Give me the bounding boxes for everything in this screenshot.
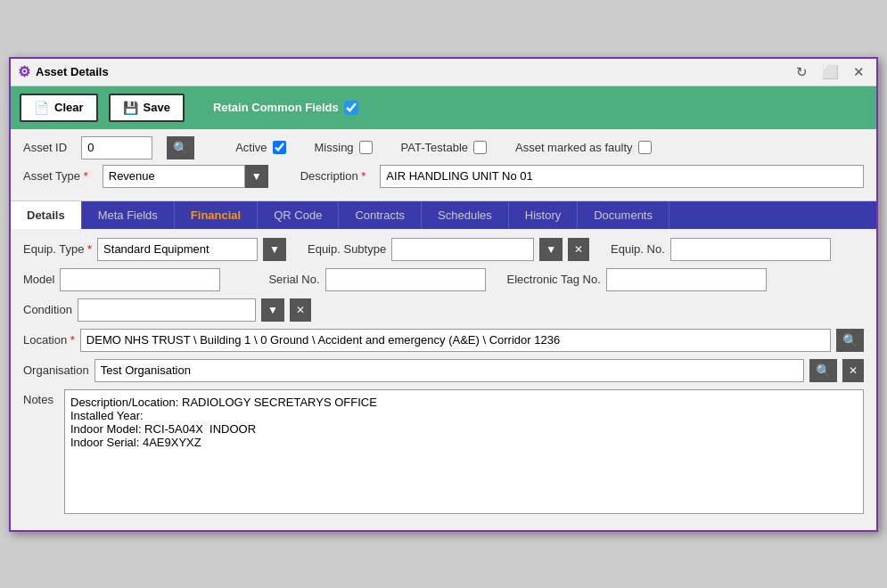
equip-subtype-dropdown-button[interactable]: ▼: [539, 238, 563, 261]
retain-fields-group: Retain Common Fields: [213, 101, 358, 115]
equip-type-row: Equip. Type ▼ Equip. Subtype ▼ ✕ Equip. …: [23, 238, 864, 261]
etag-label: Electronic Tag No.: [507, 273, 601, 286]
model-label: Model: [23, 273, 54, 286]
equip-subtype-group: Equip. Subtype ▼ ✕: [308, 238, 589, 261]
asset-id-label: Asset ID: [23, 141, 67, 154]
serial-label: Serial No.: [268, 273, 319, 286]
equip-type-dropdown-button[interactable]: ▼: [263, 238, 286, 261]
condition-row: Condition ▼ ✕: [23, 298, 864, 322]
location-label: Location: [23, 333, 75, 347]
active-label: Active: [235, 141, 267, 154]
title-bar-controls: ↻ ⬜ ✕: [792, 62, 869, 82]
equip-no-label: Equip. No.: [611, 242, 665, 256]
condition-label: Condition: [23, 303, 72, 316]
asset-id-section: Asset ID 🔍 Active Missing PAT-Testable A…: [11, 129, 876, 201]
organisation-group: Organisation 🔍 ✕: [23, 359, 864, 382]
window-title: Asset Details: [36, 65, 109, 78]
organisation-clear-button[interactable]: ✕: [842, 359, 864, 382]
asset-details-window: ⚙ Asset Details ↻ ⬜ ✕ 📄 Clear 💾 Save Ret…: [9, 57, 878, 532]
tab-details[interactable]: Details: [11, 201, 82, 229]
notes-row: Notes Description/Location: RADIOLOGY SE…: [23, 389, 864, 514]
clear-icon: 📄: [34, 101, 49, 115]
faulty-checkbox[interactable]: [638, 141, 652, 154]
missing-checkbox[interactable]: [359, 141, 373, 154]
equip-type-label: Equip. Type: [23, 242, 92, 256]
condition-dropdown-button[interactable]: ▼: [261, 298, 284, 322]
model-group: Model: [23, 268, 220, 291]
retain-fields-label: Retain Common Fields: [213, 101, 339, 114]
save-label: Save: [144, 101, 170, 114]
title-bar: ⚙ Asset Details ↻ ⬜ ✕: [11, 59, 876, 86]
toolbar: 📄 Clear 💾 Save Retain Common Fields: [11, 86, 876, 129]
save-button[interactable]: 💾 Save: [109, 94, 185, 122]
asset-type-select-group: ▼: [103, 165, 268, 188]
pat-checkbox[interactable]: [473, 141, 487, 154]
missing-label: Missing: [315, 141, 354, 154]
description-input[interactable]: [380, 165, 864, 188]
model-input[interactable]: [60, 268, 220, 291]
asset-id-search-button[interactable]: 🔍: [167, 136, 194, 159]
missing-group: Missing: [315, 141, 373, 154]
faulty-label: Asset marked as faulty: [515, 141, 633, 154]
notes-label: Notes: [23, 389, 59, 406]
equip-no-input[interactable]: [670, 238, 831, 261]
condition-input[interactable]: [78, 298, 256, 322]
tab-meta-fields[interactable]: Meta Fields: [82, 201, 175, 229]
maximize-button[interactable]: ⬜: [817, 62, 843, 82]
equip-subtype-clear-button[interactable]: ✕: [568, 238, 589, 261]
description-label: Description: [300, 169, 366, 183]
active-checkbox[interactable]: [273, 141, 286, 154]
location-input[interactable]: [80, 329, 831, 352]
gear-icon: ⚙: [18, 63, 30, 80]
clear-label: Clear: [54, 101, 84, 114]
asset-id-row: Asset ID 🔍 Active Missing PAT-Testable A…: [23, 136, 864, 159]
etag-group: Electronic Tag No.: [507, 268, 767, 291]
serial-group: Serial No.: [268, 268, 485, 291]
clear-button[interactable]: 📄 Clear: [20, 94, 98, 122]
tab-financial[interactable]: Financial: [175, 201, 258, 229]
organisation-label: Organisation: [23, 363, 89, 377]
condition-clear-button[interactable]: ✕: [290, 298, 311, 322]
equip-no-group: Equip. No.: [611, 238, 831, 261]
tabs-bar: Details Meta Fields Financial QR Code Co…: [11, 201, 876, 229]
tab-documents[interactable]: Documents: [578, 201, 669, 229]
equip-subtype-label: Equip. Subtype: [308, 242, 386, 256]
organisation-input[interactable]: [94, 359, 804, 382]
tab-contracts[interactable]: Contracts: [339, 201, 422, 229]
tab-schedules[interactable]: Schedules: [422, 201, 509, 229]
close-button[interactable]: ✕: [849, 62, 869, 82]
asset-type-dropdown-button[interactable]: ▼: [245, 165, 268, 188]
etag-input[interactable]: [606, 268, 767, 291]
save-icon: 💾: [123, 101, 138, 115]
organisation-row: Organisation 🔍 ✕: [23, 359, 864, 382]
model-row: Model Serial No. Electronic Tag No.: [23, 268, 864, 291]
notes-textarea[interactable]: Description/Location: RADIOLOGY SECRETAR…: [64, 389, 864, 514]
asset-type-input[interactable]: [103, 165, 245, 188]
asset-type-row: Asset Type ▼ Description: [23, 165, 864, 188]
title-bar-left: ⚙ Asset Details: [18, 63, 109, 80]
faulty-group: Asset marked as faulty: [515, 141, 652, 154]
location-search-button[interactable]: 🔍: [836, 329, 864, 352]
pat-group: PAT-Testable: [401, 141, 487, 154]
equip-type-input[interactable]: [97, 238, 258, 261]
tab-qr-code[interactable]: QR Code: [258, 201, 339, 229]
asset-type-label: Asset Type: [23, 169, 88, 183]
location-row: Location 🔍: [23, 329, 864, 352]
equip-subtype-input[interactable]: [391, 238, 534, 261]
asset-id-input[interactable]: [81, 136, 152, 159]
organisation-search-button[interactable]: 🔍: [809, 359, 837, 382]
details-panel: Equip. Type ▼ Equip. Subtype ▼ ✕ Equip. …: [11, 229, 876, 530]
tab-history[interactable]: History: [509, 201, 578, 229]
pat-label: PAT-Testable: [401, 141, 468, 154]
active-group: Active: [235, 141, 285, 154]
equip-type-group: Equip. Type ▼: [23, 238, 286, 261]
condition-group: Condition ▼ ✕: [23, 298, 311, 322]
retain-fields-checkbox[interactable]: [344, 101, 358, 115]
refresh-button[interactable]: ↻: [792, 62, 812, 82]
location-group: Location 🔍: [23, 329, 864, 352]
serial-input[interactable]: [325, 268, 486, 291]
